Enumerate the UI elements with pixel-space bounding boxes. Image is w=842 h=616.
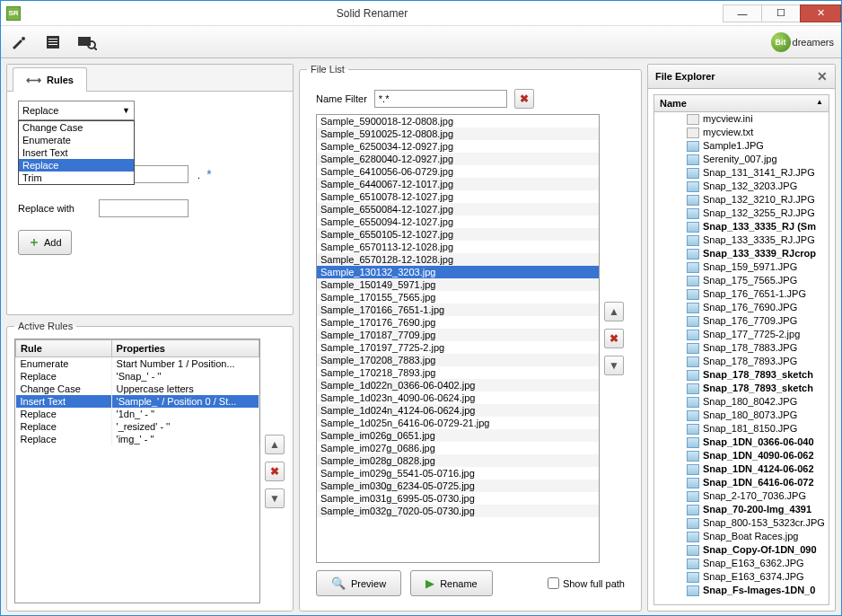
explorer-item[interactable]: Snap_1DN_4090-06-062 [654,449,829,462]
explorer-item[interactable]: Snap_800-153_5323cr.JPG [654,516,829,530]
maximize-button[interactable]: ☐ [761,4,801,22]
log-icon[interactable] [42,31,64,53]
explorer-item[interactable]: Snap_E163_6362.JPG [654,557,829,570]
list-item[interactable]: Sample_im027g_0686.jpg [317,442,599,454]
explorer-item[interactable]: Snap_132_3203.JPG [654,180,829,193]
explorer-item[interactable]: Snap_1DN_4124-06-062 [654,462,829,476]
list-item[interactable]: Sample_6280040-12-0927.jpg [317,153,599,165]
list-item[interactable]: Sample_6410056-06-0729.jpg [317,165,599,178]
file-remove-button[interactable]: ✖ [604,329,624,348]
table-row[interactable]: Insert Text'Sample_' / Position 0 / St..… [16,395,259,408]
dropdown-option[interactable]: Change Case [19,121,134,134]
col-rule[interactable]: Rule [16,340,112,357]
name-filter-input[interactable] [374,90,507,108]
table-row[interactable]: Change CaseUppercase letters [16,383,259,395]
list-item[interactable]: Sample_170208_7883.jpg [317,354,599,366]
file-list[interactable]: Sample_5900018-12-0808.jpgSample_5910025… [316,114,600,563]
explorer-item[interactable]: Snap_181_8150.JPG [654,422,829,436]
explorer-item[interactable]: Snap_180_8042.JPG [654,395,829,409]
file-move-up-button[interactable]: ▲ [604,302,624,321]
file-move-down-button[interactable]: ▼ [604,356,624,375]
explorer-item[interactable]: Snap_177_7725-2.jpg [654,328,829,341]
list-item[interactable]: Sample_6250034-12-0927.jpg [317,140,599,153]
explorer-item[interactable]: Snap_159_5971.JPG [654,260,829,274]
list-item[interactable]: Sample_1d025n_6416-06-0729-21.jpg [317,417,599,429]
dropdown-option[interactable]: Replace [19,159,134,172]
rule-type-dropdown-list[interactable]: Change CaseEnumerateInsert TextReplaceTr… [18,120,135,185]
table-row[interactable]: Replace'1dn_' - '' [16,408,259,420]
explorer-column-header[interactable]: Name ▲ [653,94,829,112]
table-row[interactable]: Replace'Snap_' - '' [16,370,259,383]
explorer-item[interactable]: Snap_176_7690.JPG [654,301,829,314]
list-item[interactable]: Sample_6550084-12-1027.jpg [317,203,599,216]
replace-with-input[interactable] [99,199,189,217]
list-item[interactable]: Sample_6510078-12-1027.jpg [317,190,599,203]
list-item[interactable]: Sample_im031g_6995-05-0730.jpg [317,492,599,505]
active-rules-table[interactable]: Rule Properties EnumerateStart Number 1 … [14,339,260,603]
explorer-item[interactable]: Snap_E163_6374.JPG [654,570,829,584]
table-row[interactable]: Replace'img_' - '' [16,433,259,445]
add-button[interactable]: ＋ Add [18,230,72,255]
list-item[interactable]: Sample_1d022n_0366-06-0402.jpg [317,379,599,392]
list-item[interactable]: Sample_5900018-12-0808.jpg [317,115,599,128]
list-item[interactable]: Sample_150149_5971.jpg [317,278,599,291]
preview-icon[interactable] [76,31,98,53]
explorer-item[interactable]: Sample1.JPG [654,139,829,153]
dropdown-option[interactable]: Enumerate [19,134,134,146]
list-item[interactable]: Sample_6550094-12-1027.jpg [317,216,599,228]
explorer-item[interactable]: Snap_Fs-Images-1DN_0 [654,584,829,597]
move-down-button[interactable]: ▼ [265,488,285,508]
dropdown-option[interactable]: Insert Text [19,146,134,159]
clear-filter-button[interactable]: ✖ [514,89,534,109]
explorer-item[interactable]: Snap_180_8073.JPG [654,409,829,422]
explorer-item[interactable]: Snap_133_3335_RJ.JPG [654,233,829,247]
move-up-button[interactable]: ▲ [265,435,285,454]
explorer-item[interactable]: Snap_133_3339_RJcrop [654,247,829,260]
rule-type-dropdown[interactable]: Replace ▼ [18,101,135,120]
explorer-item[interactable]: Serenity_007.jpg [654,153,829,166]
explorer-item[interactable]: Snap_178_7883.JPG [654,341,829,355]
show-full-path-input[interactable] [548,577,559,589]
list-item[interactable]: Sample_130132_3203.jpg [317,266,599,278]
explorer-item[interactable]: mycview.ini [654,112,829,126]
list-item[interactable]: Sample_170197_7725-2.jpg [317,341,599,354]
explorer-item[interactable]: Snap_132_3210_RJ.JPG [654,193,829,207]
col-properties[interactable]: Properties [111,340,259,357]
explorer-item[interactable]: Snap_176_7709.JPG [654,314,829,328]
explorer-item[interactable]: Snap_70-200-Img_4391 [654,503,829,516]
explorer-tree[interactable]: mycview.inimycview.txtSample1.JPGSerenit… [653,112,829,605]
show-full-path-checkbox[interactable]: Show full path [548,577,625,589]
explorer-item[interactable]: Snap_131_3141_RJ.JPG [654,166,829,180]
close-button[interactable]: ✕ [800,4,841,22]
list-item[interactable]: Sample_5910025-12-0808.jpg [317,128,599,140]
list-item[interactable]: Sample_170155_7565.jpg [317,291,599,304]
list-item[interactable]: Sample_im028g_0828.jpg [317,454,599,467]
list-item[interactable]: Sample_im030g_6234-05-0725.jpg [317,480,599,492]
explorer-item[interactable]: mycview.txt [654,126,829,139]
explorer-item[interactable]: Snap_Boat Races.jpg [654,530,829,543]
table-row[interactable]: Replace'_resized' - '' [16,420,259,433]
list-item[interactable]: Sample_1d023n_4090-06-0624.jpg [317,392,599,404]
explorer-item[interactable]: Snap_133_3335_RJ (Sm [654,220,829,233]
preview-button[interactable]: 🔍 Preview [316,570,401,596]
explorer-item[interactable]: Snap_178_7893_sketch [654,368,829,382]
list-item[interactable]: Sample_170166_7651-1.jpg [317,304,599,316]
list-item[interactable]: Sample_170176_7690.jpg [317,316,599,329]
explorer-item[interactable]: Snap_2-170_7036.JPG [654,489,829,503]
table-row[interactable]: EnumerateStart Number 1 / Position... [16,357,259,371]
list-item[interactable]: Sample_1d024n_4124-06-0624.jpg [317,404,599,417]
rename-button[interactable]: ▶ Rename [410,570,493,596]
explorer-item[interactable]: Snap_178_7893_sketch [654,382,829,395]
explorer-item[interactable]: Snap_178_7893.JPG [654,355,829,368]
explorer-item[interactable]: Snap_132_3255_RJ.JPG [654,207,829,220]
list-item[interactable]: Sample_170218_7893.jpg [317,366,599,379]
dropdown-option[interactable]: Trim [19,172,134,184]
list-item[interactable]: Sample_170187_7709.jpg [317,329,599,341]
minimize-button[interactable]: — [723,4,762,22]
list-item[interactable]: Sample_im029g_5541-05-0716.jpg [317,467,599,480]
list-item[interactable]: Sample_6570128-12-1028.jpg [317,253,599,266]
tab-rules[interactable]: ⟷ Rules [13,67,87,92]
explorer-item[interactable]: Snap_175_7565.JPG [654,274,829,287]
explorer-item[interactable]: Snap_1DN_0366-06-040 [654,436,829,449]
list-item[interactable]: Sample_im032g_7020-05-0730.jpg [317,505,599,517]
